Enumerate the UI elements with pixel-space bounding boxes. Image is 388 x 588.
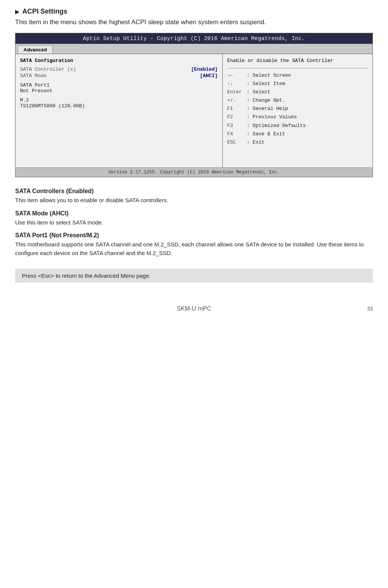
- shortcut-desc: : Change Opt.: [247, 96, 285, 105]
- heading-arrow: ▶: [15, 9, 19, 15]
- bios-container: Aptio Setup Utility - Copyright (C) 2016…: [15, 33, 373, 177]
- bios-m2-section: M.2 TS128GMTS800 (128.0GB): [20, 97, 218, 109]
- bios-tab-advanced[interactable]: Advanced: [18, 45, 53, 54]
- shortcut-desc: : Select: [247, 88, 270, 96]
- desc-heading: SATA Mode (AHCI): [15, 210, 373, 217]
- shortcut-key: Enter: [227, 88, 245, 96]
- shortcut-key: F2: [227, 113, 245, 121]
- shortcut-row: Enter: Select: [227, 88, 368, 96]
- desc-heading: SATA Controllers (Enabled): [15, 188, 373, 195]
- bios-divider: [227, 68, 368, 68]
- shortcut-row: →←: Select Screen: [227, 71, 368, 80]
- bios-row-controller[interactable]: SATA Controller (s) [Enabled]: [20, 67, 218, 72]
- shortcut-row: ↑↓: Select Item: [227, 80, 368, 88]
- shortcut-desc: : Select Item: [247, 80, 285, 88]
- page-model: SKM-U mPC: [177, 305, 211, 312]
- bios-row-mode[interactable]: SATA Mode [AHCI]: [20, 73, 218, 79]
- desc-heading: SATA Port1 (Not Present/M.2): [15, 232, 373, 239]
- descriptions-container: SATA Controllers (Enabled)This item allo…: [15, 188, 373, 257]
- shortcut-desc: : Exit: [247, 138, 265, 147]
- shortcut-row: ESC: Exit: [227, 138, 368, 147]
- bios-shortcuts: →←: Select Screen↑↓: Select ItemEnter: S…: [227, 71, 368, 147]
- desc-section: SATA Port1 (Not Present/M.2)This motherb…: [15, 232, 373, 257]
- port1-title: SATA Port1: [20, 82, 218, 88]
- shortcut-desc: : Previous Values: [247, 113, 297, 121]
- desc-body: This motherboard supports one SATA chann…: [15, 240, 373, 257]
- page-footer: SKM-U mPC 33: [15, 305, 373, 312]
- bios-right-panel: Enable or disable the SATA Contrller →←:…: [223, 54, 372, 167]
- controller-label: SATA Controller (s): [20, 67, 76, 72]
- shortcut-key: F1: [227, 105, 245, 113]
- intro-text: This item in the menu shows the highest …: [15, 19, 373, 26]
- desc-section: SATA Mode (AHCI)Use this item to select …: [15, 210, 373, 227]
- section-heading: ▶ ACPI Settings: [15, 8, 373, 15]
- mode-value: [AHCI]: [200, 73, 218, 79]
- bios-help-text: Enable or disable the SATA Contrller: [227, 58, 368, 63]
- shortcut-row: F4: Save & Exit: [227, 130, 368, 138]
- port1-value: Not Present: [20, 88, 218, 94]
- desc-section: SATA Controllers (Enabled)This item allo…: [15, 188, 373, 205]
- desc-body: This item allows you to to enable or dis…: [15, 196, 373, 205]
- shortcut-key: F3: [227, 122, 245, 130]
- mode-label: SATA Mode: [20, 73, 47, 79]
- bios-body: SATA Configuration SATA Controller (s) […: [16, 54, 372, 167]
- desc-body: Use this item to select SATA mode.: [15, 218, 373, 227]
- page-number: 33: [367, 306, 373, 312]
- shortcut-key: →←: [227, 71, 245, 80]
- shortcut-key: F4: [227, 130, 245, 138]
- shortcut-row: F3: Optimized Defaults: [227, 122, 368, 130]
- bios-footer: Version 2.17.1255. Copyright (C) 2016 Am…: [16, 167, 372, 177]
- controller-value: [Enabled]: [191, 67, 217, 72]
- shortcut-key: ESC: [227, 138, 245, 147]
- esc-bar: Press <Esc> to return to the Advanced Me…: [15, 269, 373, 283]
- bios-left-panel: SATA Configuration SATA Controller (s) […: [16, 54, 223, 167]
- bios-port1-section: SATA Port1 Not Present: [20, 82, 218, 94]
- bios-section-title: SATA Configuration: [20, 58, 218, 63]
- shortcut-desc: : Save & Exit: [247, 130, 285, 138]
- shortcut-key: +/-: [227, 96, 245, 105]
- shortcut-desc: : General Help: [247, 105, 288, 113]
- shortcut-row: +/-: Change Opt.: [227, 96, 368, 105]
- shortcut-desc: : Optimized Defaults: [247, 122, 306, 130]
- bios-tab-row: Advanced: [16, 44, 372, 54]
- shortcut-desc: : Select Screen: [247, 71, 291, 80]
- m2-value: TS128GMTS800 (128.0GB): [20, 103, 218, 109]
- heading-title: ACPI Settings: [22, 8, 67, 15]
- shortcut-row: F1: General Help: [227, 105, 368, 113]
- shortcut-key: ↑↓: [227, 80, 245, 88]
- m2-title: M.2: [20, 97, 218, 103]
- shortcut-row: F2: Previous Values: [227, 113, 368, 121]
- bios-header: Aptio Setup Utility - Copyright (C) 2016…: [16, 33, 372, 44]
